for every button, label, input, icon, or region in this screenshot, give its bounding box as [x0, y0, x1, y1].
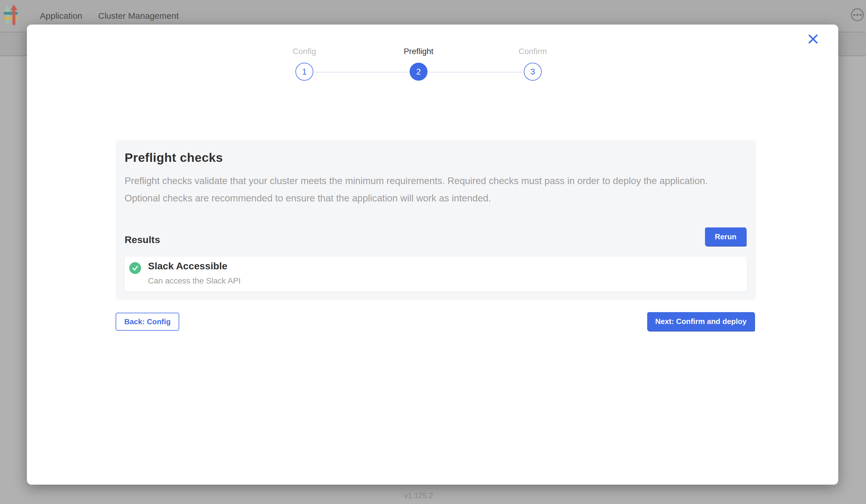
back-config-button[interactable]: Back: Config [115, 313, 179, 331]
step-number-badge: 3 [524, 63, 542, 81]
preflight-modal: Config 1 Preflight 2 Confirm 3 Preflight… [27, 24, 838, 485]
check-icon [129, 262, 141, 274]
step-number-badge: 2 [410, 63, 428, 81]
app-version-label: v1.125.2 [390, 491, 447, 500]
close-button[interactable] [806, 32, 821, 46]
step-number-badge: 1 [296, 63, 313, 81]
next-confirm-deploy-button[interactable]: Next: Confirm and deploy [647, 312, 755, 331]
nav-tab-cluster-management[interactable]: Cluster Management [98, 11, 179, 21]
step-label: Confirm [504, 46, 562, 57]
rerun-button[interactable]: Rerun [705, 227, 746, 246]
app-logo-icon [3, 4, 19, 25]
preflight-panel: Preflight checks Preflight checks valida… [115, 140, 756, 300]
results-heading: Results [125, 234, 160, 245]
step-config: Config 1 [276, 46, 333, 81]
panel-description: Preflight checks validate that your clus… [125, 172, 729, 207]
step-preflight: Preflight 2 [390, 46, 447, 81]
nav-tab-application[interactable]: Application [40, 11, 82, 21]
check-detail: Can access the Slack API [148, 276, 241, 285]
check-name: Slack Accessible [148, 260, 227, 272]
step-confirm: Confirm 3 [504, 46, 562, 81]
step-label: Config [276, 46, 333, 57]
panel-title: Preflight checks [125, 150, 747, 165]
ellipsis-circle-icon[interactable] [851, 8, 864, 21]
close-icon [808, 34, 818, 44]
check-result-row: Slack Accessible Can access the Slack AP… [125, 257, 747, 292]
step-label: Preflight [390, 46, 447, 57]
